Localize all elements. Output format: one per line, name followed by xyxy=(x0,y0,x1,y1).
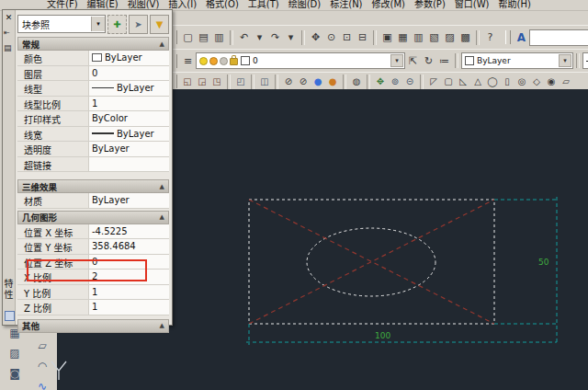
properties-palette-icon[interactable]: ▣ xyxy=(379,29,395,45)
row-lineweight-value[interactable]: ByLayer xyxy=(89,127,169,142)
palette-menu-icon[interactable]: ▤ xyxy=(4,43,12,52)
pan-icon[interactable]: ✥ xyxy=(308,29,323,45)
chevron-down-icon[interactable]: ▾ xyxy=(390,54,403,67)
redo-dropdown-icon[interactable]: ▾ xyxy=(283,29,299,45)
chevron-down-icon[interactable]: ▾ xyxy=(559,54,571,67)
zoom-realtime-icon[interactable]: ⊙ xyxy=(323,29,339,45)
make-object-layer-current-icon[interactable]: ⇱ xyxy=(405,53,421,69)
auto-hide-icon[interactable]: ⇤ xyxy=(4,29,10,37)
layer-properties-manager-icon[interactable]: ≡ xyxy=(180,53,196,69)
planar-surface-icon[interactable]: ▱ xyxy=(559,75,573,88)
row-position-y-value[interactable]: 358.4684 xyxy=(89,239,169,254)
constraint-y-icon[interactable]: ◲ xyxy=(195,75,209,88)
torus-icon[interactable]: ◎ xyxy=(514,75,529,88)
section-3d-effects[interactable]: 三维效果 ▲ xyxy=(17,179,169,193)
row-transparency-value[interactable]: ByLayer xyxy=(89,142,169,156)
manage-visual-styles-icon[interactable]: ◍ xyxy=(349,75,364,88)
menu-parametric[interactable]: 参数(P) xyxy=(410,0,450,10)
collapse-icon[interactable]: ▲ xyxy=(160,183,164,190)
close-icon[interactable]: ✕ xyxy=(4,12,14,22)
redo-icon[interactable]: ↷ xyxy=(267,29,283,45)
row-scale-z-value[interactable]: 1 xyxy=(89,300,169,315)
menu-window[interactable]: 窗口(W) xyxy=(450,0,494,10)
markup-set-manager-icon[interactable]: ▨ xyxy=(442,29,458,45)
visual-style-3d-wireframe-icon[interactable]: ⊘ xyxy=(296,75,311,88)
menu-help[interactable]: 帮助(H) xyxy=(494,0,536,10)
row-scale-y-value[interactable]: 1 xyxy=(89,285,169,300)
region-icon[interactable]: ◙ xyxy=(6,365,24,382)
auto-constrain-icon[interactable]: ◰ xyxy=(233,75,248,88)
row-linetype-value[interactable]: ByLayer xyxy=(89,81,169,96)
collapse-icon[interactable]: ▲ xyxy=(160,322,164,329)
3d-rotate-icon[interactable]: ⊚ xyxy=(388,75,402,88)
zoom-window-icon[interactable]: ⊡ xyxy=(339,29,355,45)
color-select[interactable]: ByLayer ▾ xyxy=(461,52,573,69)
row-color-value[interactable]: ByLayer xyxy=(89,51,169,65)
toggle-pickadd-button[interactable]: ✚ xyxy=(107,15,127,34)
help-icon[interactable]: ? xyxy=(482,29,498,45)
row-scale-x-value[interactable]: 2 xyxy=(89,270,169,284)
palette-title-bar[interactable]: ✕ ⇤ ▤ 特性 xyxy=(3,10,16,325)
toolbar-grip[interactable] xyxy=(505,30,511,44)
row-material-value[interactable]: ByLayer xyxy=(89,193,169,208)
box-icon[interactable]: ▢ xyxy=(441,75,456,88)
chevron-down-icon[interactable]: ▾ xyxy=(91,17,105,31)
menu-tools[interactable]: 工具(T) xyxy=(243,0,284,10)
visual-style-realistic-icon[interactable]: ● xyxy=(311,75,325,88)
row-plot-style-value[interactable]: ByColor xyxy=(89,111,169,126)
layer-lock-icon[interactable] xyxy=(230,58,238,65)
quick-select-button[interactable]: ▼ xyxy=(150,15,169,34)
visual-style-conceptual-icon[interactable]: ● xyxy=(325,75,340,88)
revision-cloud-icon[interactable]: ◠ xyxy=(33,358,51,374)
design-center-icon[interactable]: ▦ xyxy=(395,29,411,45)
tool-palettes-icon[interactable]: ▥ xyxy=(411,29,426,45)
collapse-icon[interactable]: ▲ xyxy=(160,213,164,221)
sphere-icon[interactable]: ◯ xyxy=(485,75,500,88)
section-geometry[interactable]: 几何图形 ▲ xyxy=(17,211,169,224)
row-position-x-value[interactable]: -4.5225 xyxy=(89,224,169,239)
new-file-icon[interactable]: ▢ xyxy=(180,29,196,45)
menu-draw[interactable]: 绘图(D) xyxy=(284,0,326,10)
undo-dropdown-icon[interactable]: ▾ xyxy=(252,29,267,45)
constraint-z-icon[interactable]: ◳ xyxy=(209,75,224,88)
layer-vp-freeze-icon[interactable] xyxy=(220,57,228,65)
pyramid-icon[interactable]: △ xyxy=(470,75,485,88)
gradient-icon[interactable]: ▨ xyxy=(6,345,24,361)
text-style-select[interactable]: ▾ xyxy=(529,29,588,46)
table-icon[interactable]: ▤ xyxy=(6,385,24,390)
layer-select[interactable]: 0 ▾ xyxy=(196,52,405,69)
sheet-set-manager-icon[interactable]: ▧ xyxy=(426,29,442,45)
3d-move-icon[interactable]: ✥ xyxy=(373,75,388,88)
zoom-previous-icon[interactable]: ⊟ xyxy=(355,29,370,45)
layer-thaw-icon[interactable] xyxy=(209,57,218,65)
solid-subtract-icon[interactable]: ◫ xyxy=(257,75,272,88)
object-type-select[interactable]: 块参照 ▾ xyxy=(17,15,106,33)
menu-dimension[interactable]: 标注(N) xyxy=(325,0,367,10)
open-file-icon[interactable]: ▤ xyxy=(196,29,211,45)
plot-icon[interactable]: ▥ xyxy=(211,29,227,45)
cylinder-icon[interactable]: ▯ xyxy=(500,75,514,88)
select-objects-button[interactable]: ➤ xyxy=(129,15,148,34)
layer-states-icon[interactable]: ≔ xyxy=(436,53,452,69)
menu-modify[interactable]: 修改(M) xyxy=(368,0,410,10)
collapse-icon[interactable]: ▲ xyxy=(160,40,164,48)
presspull-icon[interactable]: ◸ xyxy=(426,75,441,88)
undo-icon[interactable]: ↶ xyxy=(236,29,252,45)
row-linetype-scale-value[interactable]: 1 xyxy=(89,97,169,111)
text-style-icon[interactable]: A xyxy=(514,29,529,45)
polysolid-icon[interactable]: ◇ xyxy=(529,75,544,88)
row-hyperlink-value[interactable] xyxy=(89,157,169,172)
polygon-icon[interactable]: ▱ xyxy=(33,338,51,354)
section-misc[interactable]: 其他 ▲ xyxy=(17,319,169,333)
visual-style-2d-wireframe-icon[interactable]: ⊘ xyxy=(281,75,296,88)
helix-icon[interactable]: ◉ xyxy=(544,75,559,88)
section-general[interactable]: 常规 ▲ xyxy=(17,37,169,51)
layer-previous-icon[interactable]: ↻ xyxy=(421,53,436,69)
3d-align-icon[interactable]: ⊝ xyxy=(402,75,417,88)
quick-calc-icon[interactable]: ▩ xyxy=(458,29,473,45)
linetype-select[interactable] xyxy=(582,52,588,69)
constraint-x-icon[interactable]: ◱ xyxy=(180,75,195,88)
row-position-z-value[interactable]: 0 xyxy=(89,255,169,270)
wedge-icon[interactable]: ◺ xyxy=(456,75,470,88)
menu-format[interactable]: 格式(O) xyxy=(201,0,243,10)
